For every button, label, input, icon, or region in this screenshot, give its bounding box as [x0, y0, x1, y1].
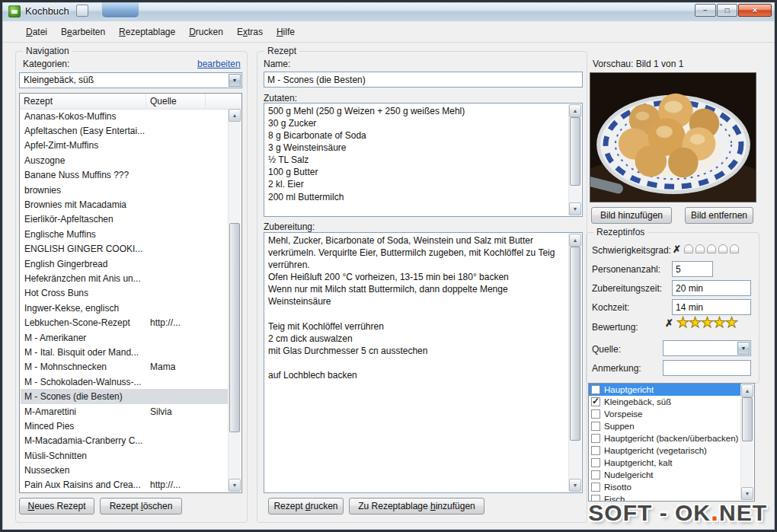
- quelle-combobox[interactable]: ▼: [663, 340, 751, 356]
- anmerkung-input[interactable]: [663, 360, 751, 376]
- recipe-row[interactable]: Auszogne: [21, 153, 228, 167]
- recipe-row[interactable]: M - Ital. Bisquit oder Mand...: [21, 345, 228, 359]
- scrollbar-thumb[interactable]: [570, 117, 580, 186]
- menu-item[interactable]: Datei: [19, 24, 54, 40]
- scrollbar-thumb[interactable]: [229, 223, 240, 432]
- clear-difficulty-icon[interactable]: ✗: [673, 244, 681, 255]
- category-filter-combobox[interactable]: Kleingebäck, süß ▼: [19, 72, 242, 88]
- scroll-up-icon[interactable]: ▲: [569, 234, 581, 247]
- recipe-row[interactable]: ENGLISH GINGER COOKI...: [21, 242, 228, 256]
- checkbox-icon[interactable]: [591, 434, 600, 443]
- recipe-row[interactable]: brownies: [21, 183, 228, 197]
- clear-rating-icon[interactable]: ✗: [665, 318, 673, 329]
- recipe-row[interactable]: Lebkuchen-Scone-Rezept http://...: [21, 315, 228, 330]
- minimize-button[interactable]: −: [695, 4, 716, 17]
- recipe-row[interactable]: Müsli-Schnitten: [21, 448, 228, 463]
- recipe-name-input[interactable]: [264, 72, 583, 88]
- recipe-row[interactable]: M - Scones (die Besten): [21, 389, 228, 403]
- scroll-down-icon[interactable]: ▼: [569, 479, 581, 492]
- zubereitungszeit-input[interactable]: [672, 280, 751, 296]
- checkbox-icon[interactable]: [591, 397, 600, 406]
- category-item[interactable]: Hauptgericht (backen/überbacken): [589, 432, 741, 444]
- checkbox-icon[interactable]: [591, 422, 600, 431]
- star-icon[interactable]: ★: [676, 314, 689, 330]
- recipe-row[interactable]: Minced Pies: [21, 419, 228, 433]
- recipe-row[interactable]: M-Amarettini Silvia: [21, 404, 228, 419]
- star-icon[interactable]: ★: [689, 314, 701, 330]
- star-icon[interactable]: ★: [713, 314, 725, 330]
- scrollbar-thumb[interactable]: [742, 397, 753, 441]
- recipe-row[interactable]: Nussecken: [21, 463, 228, 477]
- checkbox-icon[interactable]: [591, 385, 600, 394]
- recipe-row[interactable]: Pain Aux Raisins and Crea... http://...: [21, 478, 228, 492]
- menu-item[interactable]: Rezeptablage: [112, 24, 182, 40]
- rezept-drucken-button[interactable]: Rezept drucken: [268, 498, 344, 514]
- kochzeit-input[interactable]: [672, 299, 751, 315]
- rezept-loeschen-button[interactable]: Rezept löschen: [100, 498, 182, 514]
- category-item[interactable]: Kleingebäck, süß: [589, 396, 741, 408]
- recipe-row[interactable]: M-Macadamia-Cranberry C...: [21, 434, 228, 448]
- scroll-up-icon[interactable]: ▲: [569, 104, 581, 117]
- difficulty-hats[interactable]: [684, 243, 741, 256]
- recipe-table-scrollbar[interactable]: ▲ ▼: [228, 109, 241, 492]
- scroll-up-icon[interactable]: ▲: [741, 384, 753, 397]
- recipe-row[interactable]: Banane Nuss Muffins ???: [21, 168, 228, 183]
- categories-scrollbar[interactable]: ▲ ▼: [740, 384, 753, 500]
- recipe-row[interactable]: Ananas-Kokos-Muffins: [21, 109, 228, 123]
- bearbeiten-link[interactable]: bearbeiten: [197, 59, 241, 69]
- neues-rezept-button[interactable]: Neues Rezept: [19, 498, 94, 514]
- recipe-row[interactable]: Ingwer-Kekse, englisch: [21, 301, 228, 315]
- chef-hat-icon[interactable]: [695, 244, 705, 253]
- category-item[interactable]: Suppen: [589, 420, 741, 432]
- scroll-down-icon[interactable]: ▼: [229, 479, 241, 492]
- menu-item[interactable]: Extras: [230, 24, 270, 40]
- category-item[interactable]: Vorspeise: [589, 408, 741, 420]
- recipe-row[interactable]: Eierlikör-Apfeltaschen: [21, 212, 228, 227]
- maximize-button[interactable]: □: [717, 4, 737, 17]
- zutaten-textarea[interactable]: 500 g Mehl (250 g Weizen + 250 g weißes …: [264, 104, 569, 216]
- rating-stars[interactable]: ★★★★★: [676, 316, 737, 330]
- checkbox-icon[interactable]: [591, 483, 600, 492]
- recipe-row[interactable]: M - Amerikaner: [21, 330, 228, 345]
- menu-item[interactable]: Hilfe: [270, 24, 302, 40]
- checkbox-icon[interactable]: [591, 458, 600, 467]
- chef-hat-icon[interactable]: [684, 244, 693, 253]
- menu-item[interactable]: Bearbeiten: [54, 24, 112, 40]
- category-item[interactable]: Hauptgericht: [589, 384, 741, 396]
- recipe-row[interactable]: M - Mohnschnecken Mama: [21, 360, 228, 374]
- category-item[interactable]: Nudelgericht: [589, 469, 741, 481]
- menu-item[interactable]: Drucken: [182, 24, 230, 40]
- category-item[interactable]: Hauptgericht (vegetarisch): [589, 444, 741, 457]
- checkbox-icon[interactable]: [591, 409, 600, 419]
- star-icon[interactable]: ★: [701, 314, 713, 330]
- scroll-up-icon[interactable]: ▲: [229, 109, 241, 122]
- recipe-row[interactable]: M - Schokoladen-Walnuss-...: [21, 374, 228, 389]
- recipe-row[interactable]: Apfel-Zimt-Muffins: [21, 139, 228, 153]
- chef-hat-icon[interactable]: [718, 244, 727, 253]
- zubereitung-textarea[interactable]: Mehl, Zucker, Bicarbonate of Soda, Weins…: [264, 233, 569, 492]
- recipe-row[interactable]: Hefekränzchen mit Anis un...: [21, 271, 228, 285]
- column-header-rezept[interactable]: Rezept: [20, 94, 146, 109]
- close-button[interactable]: ×: [738, 4, 772, 17]
- checkbox-icon[interactable]: [591, 470, 600, 479]
- combo-arrow-icon[interactable]: ▼: [737, 342, 750, 355]
- checkbox-icon[interactable]: [591, 446, 600, 455]
- scroll-down-icon[interactable]: ▼: [569, 202, 581, 215]
- zubereitung-scrollbar[interactable]: ▲ ▼: [568, 234, 581, 492]
- recipe-row[interactable]: Brownies mit Macadamia: [21, 197, 228, 212]
- column-header-quelle[interactable]: Quelle: [146, 94, 206, 109]
- recipe-row[interactable]: Englische Muffins: [21, 227, 228, 241]
- chef-hat-icon[interactable]: [707, 244, 716, 253]
- category-item[interactable]: Hauptgericht, kalt: [589, 457, 741, 469]
- recipe-row[interactable]: English Gingerbread: [21, 256, 228, 271]
- recipe-row[interactable]: Hot Cross Buns: [21, 286, 228, 301]
- combo-arrow-icon[interactable]: ▼: [229, 74, 241, 87]
- recipe-row[interactable]: Apfeltaschen (Easy Entertai...: [21, 123, 228, 138]
- personenanzahl-input[interactable]: [672, 261, 713, 277]
- scrollbar-thumb[interactable]: [570, 247, 580, 441]
- chef-hat-icon[interactable]: [730, 244, 739, 253]
- category-item[interactable]: Risotto: [589, 481, 741, 493]
- zu-rezeptablage-button[interactable]: Zu Rezeptablage hinzufügen: [349, 498, 484, 514]
- bild-entfernen-button[interactable]: Bild entfernen: [685, 207, 753, 224]
- bild-hinzufuegen-button[interactable]: Bild hinzufügen: [591, 207, 672, 224]
